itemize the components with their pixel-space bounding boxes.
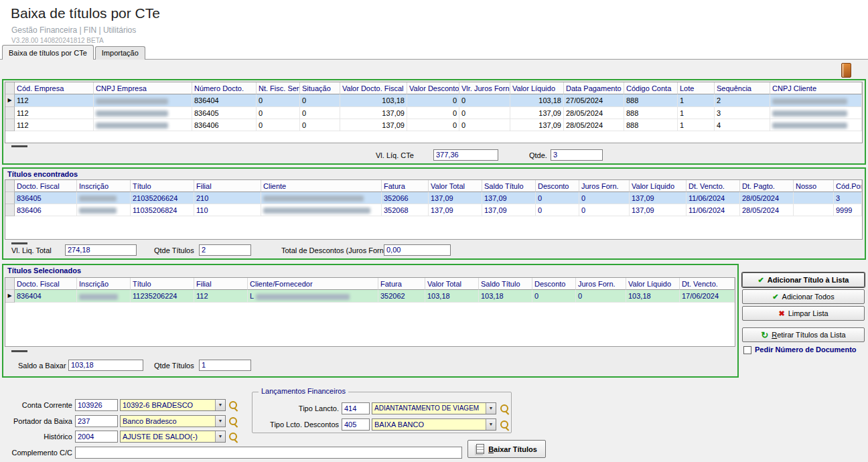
tipo-lancto-combo-value: ADIANTANTAMENTO DE VIAGEM xyxy=(374,404,479,412)
found-grid: Docto. Fiscal Inscrição Título Filial Cl… xyxy=(5,180,862,216)
portador-label: Portador da Baixa xyxy=(0,416,72,427)
conta-corrente-code-input[interactable] xyxy=(75,399,118,411)
column-header: Nt. Fisc. Serv. xyxy=(257,82,300,94)
cell: 0 xyxy=(536,204,579,216)
redacted-value xyxy=(263,196,364,202)
clear-list-button[interactable]: ✖ Limpar Lista xyxy=(742,306,865,321)
cell: 1 xyxy=(678,119,715,131)
tipo-lancto-combo[interactable]: ADIANTANTAMENTO DE VIAGEM ▼ xyxy=(372,402,496,414)
cell: 137,09 xyxy=(630,192,686,204)
conta-corrente-label: Conta Corrente xyxy=(0,400,72,411)
column-header: Valor Líquido xyxy=(630,180,686,192)
chevron-down-icon[interactable]: ▼ xyxy=(486,403,496,414)
column-header: Número Docto. xyxy=(192,82,257,94)
redacted-cell xyxy=(77,290,131,303)
redacted-cell xyxy=(77,192,131,204)
cell: 836404 xyxy=(15,290,77,303)
chevron-down-icon[interactable]: ▼ xyxy=(215,416,225,427)
portador-search-icon[interactable] xyxy=(228,416,238,427)
column-header: Inscrição xyxy=(77,180,131,192)
column-header: Saldo Título xyxy=(482,180,536,192)
cell: 0 xyxy=(579,204,630,216)
cell: 137,09 xyxy=(340,119,407,131)
check-icon: ✔ xyxy=(758,276,764,285)
redacted-value xyxy=(263,208,370,214)
tab-baixa-titulos[interactable]: Baixa de títulos por CTe xyxy=(2,45,94,60)
redacted-cell xyxy=(770,94,862,107)
cell: 0 xyxy=(300,119,340,131)
chevron-down-icon[interactable]: ▼ xyxy=(486,419,496,430)
cte-panel: Cód. Empresa CNPJ Empresa Número Docto. … xyxy=(2,79,866,165)
cell: 888 xyxy=(624,107,678,119)
column-header: Valor Docto. Fiscal xyxy=(340,82,407,94)
portador-combo[interactable]: Banco Bradesco ▼ xyxy=(120,415,226,427)
tab-importacao[interactable]: Importação xyxy=(95,46,145,60)
h-scroll-thumb[interactable] xyxy=(11,350,27,352)
cell: 0 xyxy=(459,119,510,131)
chevron-down-icon[interactable]: ▼ xyxy=(215,431,225,442)
remove-titles-button[interactable]: ↻ Retirar Títulos da Lista xyxy=(742,327,865,342)
column-header: Desconto xyxy=(532,278,576,290)
x-icon: ✖ xyxy=(778,309,784,318)
add-title-button[interactable]: ✔ Adicionar Título à Lista xyxy=(742,273,865,287)
saldo-a-baixar-value: 103,18 xyxy=(68,360,143,371)
portador-code-input[interactable] xyxy=(75,415,118,427)
column-header: Título xyxy=(131,278,194,290)
redacted-cell xyxy=(94,107,192,119)
h-scroll-thumb[interactable] xyxy=(11,145,27,147)
cell: 137,09 xyxy=(482,204,536,216)
historico-label: Histórico xyxy=(0,431,72,443)
cell: 103,18 xyxy=(626,290,680,303)
redacted-value xyxy=(79,196,117,202)
table-row[interactable]: 836405 21035206624 210 352066 137,09 137… xyxy=(5,192,862,204)
ask-doc-number-checkbox[interactable] xyxy=(743,346,751,354)
redacted-value xyxy=(256,294,350,300)
vl-liq-total-value: 274,18 xyxy=(65,244,137,256)
cell: 2 xyxy=(715,94,770,107)
h-scroll-thumb[interactable] xyxy=(11,242,27,244)
total-descontos-value: 0,00 xyxy=(384,244,451,256)
historico-code-input[interactable] xyxy=(75,431,118,443)
column-header: Docto. Fiscal xyxy=(15,180,77,192)
ledger-icon[interactable] xyxy=(841,63,851,78)
tipo-desconto-code-input[interactable] xyxy=(342,418,370,431)
page-title: Baixa de títulos por CTe xyxy=(11,5,160,21)
cell: 17/06/2024 xyxy=(680,290,735,303)
tipo-desconto-combo[interactable]: BAIXA BANCO ▼ xyxy=(372,418,496,431)
table-row[interactable]: 112 836405 0 0 137,09 0 0 137,09 28/05/2… xyxy=(5,107,862,119)
app-window: Baixa de títulos por CTe Gestão Financei… xyxy=(0,0,868,462)
conta-corrente-combo[interactable]: 10392-6 BRADESCO ▼ xyxy=(120,399,226,411)
table-row[interactable]: ▶ 836404 11235206224 112 L 352062 103,18… xyxy=(5,290,735,303)
tipo-lancto-search-icon[interactable] xyxy=(500,404,510,414)
qtde-titulos-value: 2 xyxy=(199,244,251,256)
table-row[interactable]: 112 836406 0 0 137,09 0 0 137,09 28/05/2… xyxy=(5,119,862,131)
column-header: Filial xyxy=(194,278,248,290)
add-all-button[interactable]: ✔ Adicionar Todos xyxy=(742,289,865,304)
baixar-titulos-button[interactable]: Baixar Títulos xyxy=(467,440,546,458)
cell: 137,09 xyxy=(510,119,564,131)
historico-search-icon[interactable] xyxy=(228,432,238,442)
tipo-desconto-label: Tipo Lcto. Descontos xyxy=(257,419,339,431)
cte-gridbox: Cód. Empresa CNPJ Empresa Número Docto. … xyxy=(5,82,863,143)
cell: 112 xyxy=(194,290,248,303)
table-row[interactable]: ▶ 112 836404 0 0 103,18 0 0 103,18 27/05… xyxy=(5,94,862,107)
historico-combo[interactable]: AJUSTE DE SALDO(-) ▼ xyxy=(120,431,226,443)
column-header: Cód. Empresa xyxy=(15,82,94,94)
column-header: Data Pagamento xyxy=(564,82,624,94)
tipo-lancto-code-input[interactable] xyxy=(342,402,370,414)
current-row-arrow: ▶ xyxy=(5,290,14,302)
column-header: Título xyxy=(131,180,194,192)
portador-combo-value: Banco Bradesco xyxy=(123,417,177,425)
row-selector xyxy=(5,204,15,216)
vl-liq-cte-label: Vl. Líq. CTe xyxy=(376,150,414,161)
chevron-down-icon[interactable]: ▼ xyxy=(215,400,225,410)
row-selector xyxy=(5,192,15,204)
table-row[interactable]: 836406 11035206824 110 352068 137,09 137… xyxy=(5,204,862,216)
cell: 103,18 xyxy=(510,94,564,107)
conta-corrente-search-icon[interactable] xyxy=(228,400,238,410)
complemento-input[interactable] xyxy=(75,447,462,459)
historico-combo-value: AJUSTE DE SALDO(-) xyxy=(123,433,198,441)
qtde-cte-value: 3 xyxy=(551,149,603,161)
saldo-a-baixar-label: Saldo a Baixar xyxy=(18,360,66,372)
tipo-desconto-search-icon[interactable] xyxy=(500,420,510,430)
